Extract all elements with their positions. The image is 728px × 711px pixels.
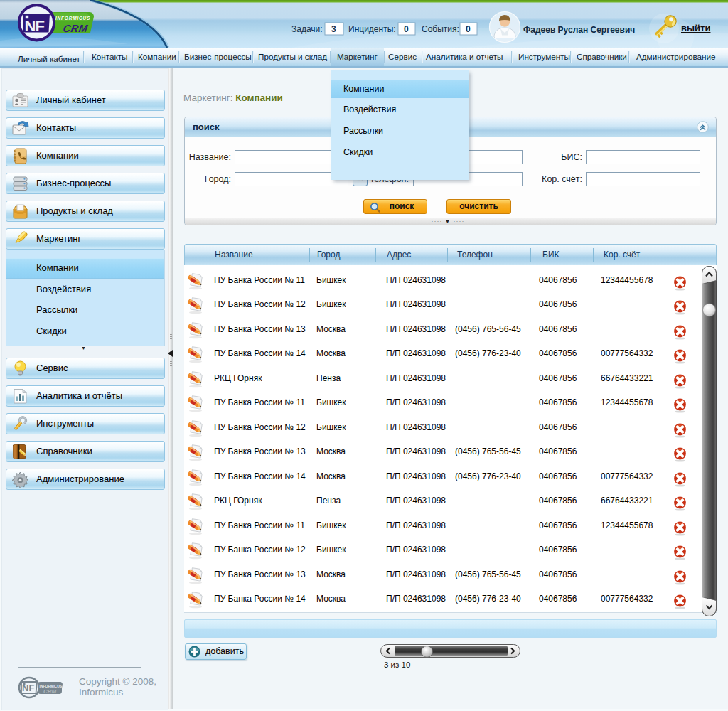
svg-text:0: 0 xyxy=(404,24,409,34)
svg-text:События:: События: xyxy=(422,24,459,34)
svg-text:CRM: CRM xyxy=(63,23,90,34)
svg-text:Инциденты:: Инциденты: xyxy=(348,24,396,34)
svg-text:0: 0 xyxy=(466,24,471,34)
svg-text:NF: NF xyxy=(25,17,45,35)
svg-text:Задачи:: Задачи: xyxy=(291,24,323,34)
svg-text:выйти: выйти xyxy=(681,23,710,33)
svg-text:NF: NF xyxy=(22,683,34,693)
svg-text:Фадеев Руслан Сергеевич: Фадеев Руслан Сергеевич xyxy=(523,25,635,35)
svg-text:INFORMICUS: INFORMICUS xyxy=(55,16,90,21)
svg-text:CRM: CRM xyxy=(43,688,57,695)
svg-text:3: 3 xyxy=(331,24,336,34)
